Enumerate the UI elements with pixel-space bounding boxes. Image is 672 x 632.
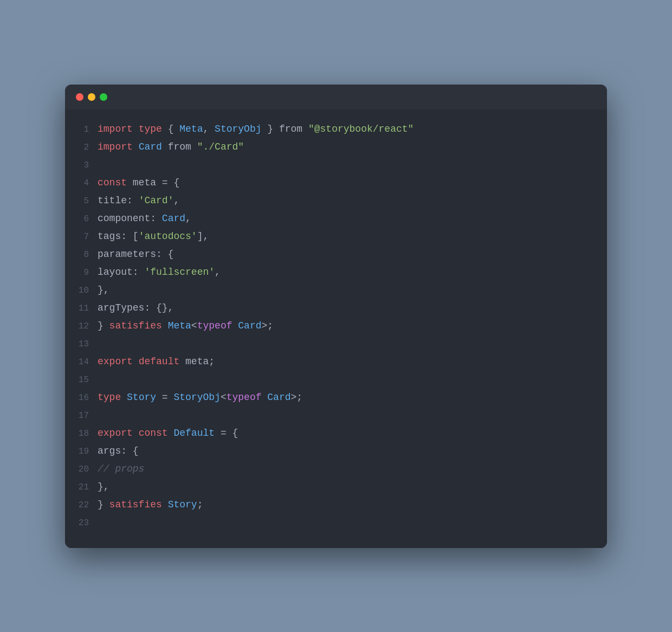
line-number: 20 (76, 461, 98, 478)
line-content: export default meta; (98, 353, 596, 370)
line-number: 21 (76, 479, 98, 496)
token-plain: , (173, 195, 179, 206)
line-content: layout: 'fullscreen', (98, 263, 596, 281)
line-content: } satisfies Story; (98, 496, 596, 513)
token-kw: type (139, 124, 162, 134)
line-number: 19 (76, 443, 98, 460)
token-plain: layout: (98, 267, 144, 278)
code-line: 14export default meta; (76, 353, 596, 371)
line-number: 12 (76, 318, 98, 335)
token-plain: ], (197, 231, 209, 242)
token-kw: export (98, 428, 133, 438)
code-line: 7 tags: ['autodocs'], (76, 228, 596, 246)
token-plain: }, (98, 481, 109, 492)
code-line: 17 (76, 407, 596, 424)
line-content: argTypes: {}, (98, 299, 596, 317)
token-kw: satisfies (109, 320, 162, 331)
code-line: 11 argTypes: {}, (76, 299, 596, 317)
token-fn: Default (173, 428, 215, 438)
code-line: 19 args: { (76, 442, 596, 460)
token-plain (162, 320, 168, 331)
line-content: } satisfies Meta<typeof Card>; (98, 317, 596, 334)
line-content (98, 335, 596, 352)
token-plain (133, 428, 139, 438)
line-content (98, 407, 596, 424)
minimize-button[interactable] (88, 93, 95, 101)
token-typeof-kw: typeof (197, 320, 232, 331)
token-kw: const (98, 177, 127, 188)
token-fn: Meta (168, 320, 191, 331)
token-plain (162, 141, 168, 152)
token-plain (121, 392, 127, 403)
token-plain: title: (98, 195, 139, 206)
close-button[interactable] (76, 93, 83, 101)
line-number: 4 (76, 175, 98, 192)
line-content: type Story = StoryObj<typeof Card>; (98, 389, 596, 406)
line-number: 9 (76, 264, 98, 281)
token-plain: < (191, 320, 197, 331)
token-plain: >; (262, 320, 274, 331)
maximize-button[interactable] (100, 93, 107, 101)
token-str: 'Card' (139, 195, 174, 206)
code-line: 15 (76, 371, 596, 389)
token-kw: const (139, 428, 168, 438)
code-line: 23 (76, 514, 596, 532)
line-number: 14 (76, 353, 98, 371)
line-content: title: 'Card', (98, 192, 596, 209)
token-plain: { (162, 124, 179, 134)
token-kw: import (98, 124, 133, 134)
line-number: 15 (76, 371, 98, 389)
token-fn: Card (267, 392, 290, 403)
line-number: 17 (76, 407, 98, 424)
code-line: 5 title: 'Card', (76, 192, 596, 210)
token-plain: meta; (179, 356, 215, 367)
token-plain: component: (98, 213, 162, 224)
token-plain: } (98, 320, 109, 331)
token-plain: from (168, 141, 191, 152)
line-number: 11 (76, 300, 98, 317)
line-content: component: Card, (98, 210, 596, 227)
code-line: 16type Story = StoryObj<typeof Card>; (76, 389, 596, 407)
code-line: 21 }, (76, 478, 596, 496)
line-number: 13 (76, 336, 98, 353)
line-number: 22 (76, 496, 98, 514)
token-plain (133, 141, 139, 152)
token-plain (168, 428, 174, 438)
token-plain (162, 499, 168, 510)
code-line: 10 }, (76, 281, 596, 299)
token-plain: args: { (98, 446, 139, 456)
line-number: 18 (76, 425, 98, 442)
line-number: 6 (76, 210, 98, 228)
token-fn: Card (162, 213, 185, 224)
code-line: 12} satisfies Meta<typeof Card>; (76, 317, 596, 335)
line-content (98, 156, 596, 173)
line-number: 7 (76, 228, 98, 246)
token-plain: , (203, 124, 215, 134)
line-content: }, (98, 281, 596, 299)
token-plain: } (262, 124, 279, 134)
token-plain: } (98, 499, 109, 510)
token-str: 'autodocs' (139, 231, 197, 242)
titlebar (65, 85, 607, 109)
token-fn: StoryObj (173, 392, 220, 403)
token-plain: parameters: { (98, 249, 173, 260)
token-fn: StoryObj (215, 124, 261, 134)
line-content: }, (98, 478, 596, 495)
token-plain: < (221, 392, 227, 403)
token-plain (133, 356, 139, 367)
token-kw: import (98, 141, 133, 152)
line-number: 1 (76, 121, 98, 138)
token-plain: >; (291, 392, 303, 403)
token-comment: // props (98, 463, 144, 474)
token-fn: Card (139, 141, 162, 152)
code-line: 13 (76, 335, 596, 353)
token-plain: , (185, 213, 191, 224)
code-window: 1import type { Meta, StoryObj } from "@s… (65, 85, 607, 548)
line-number: 16 (76, 389, 98, 407)
line-content: import type { Meta, StoryObj } from "@st… (98, 120, 596, 138)
line-number: 3 (76, 157, 98, 174)
code-line: 3 (76, 156, 596, 174)
token-plain: tags: [ (98, 231, 139, 242)
line-content (98, 371, 596, 388)
token-kw: export (98, 356, 133, 367)
